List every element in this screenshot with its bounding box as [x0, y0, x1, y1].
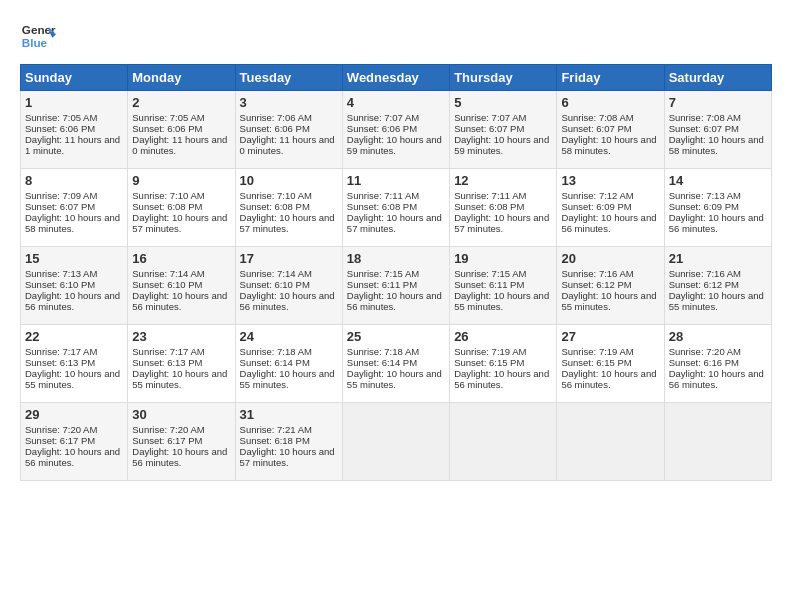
- day-header-sunday: Sunday: [21, 65, 128, 91]
- sunset-text: Sunset: 6:06 PM: [132, 123, 202, 134]
- sunset-text: Sunset: 6:14 PM: [347, 357, 417, 368]
- sunset-text: Sunset: 6:11 PM: [347, 279, 417, 290]
- page: General Blue SundayMondayTuesdayWednesda…: [0, 0, 792, 491]
- daylight-text: Daylight: 10 hours and 56 minutes.: [561, 368, 656, 390]
- sunrise-text: Sunrise: 7:11 AM: [454, 190, 526, 201]
- sunset-text: Sunset: 6:12 PM: [561, 279, 631, 290]
- calendar-cell: 23Sunrise: 7:17 AMSunset: 6:13 PMDayligh…: [128, 325, 235, 403]
- day-number: 22: [25, 329, 123, 344]
- sunrise-text: Sunrise: 7:14 AM: [240, 268, 312, 279]
- sunset-text: Sunset: 6:16 PM: [669, 357, 739, 368]
- day-number: 14: [669, 173, 767, 188]
- calendar-week-row: 15Sunrise: 7:13 AMSunset: 6:10 PMDayligh…: [21, 247, 772, 325]
- sunset-text: Sunset: 6:15 PM: [561, 357, 631, 368]
- day-number: 8: [25, 173, 123, 188]
- sunrise-text: Sunrise: 7:15 AM: [454, 268, 526, 279]
- daylight-text: Daylight: 10 hours and 55 minutes.: [561, 290, 656, 312]
- daylight-text: Daylight: 10 hours and 56 minutes.: [347, 290, 442, 312]
- day-number: 4: [347, 95, 445, 110]
- sunset-text: Sunset: 6:08 PM: [454, 201, 524, 212]
- sunset-text: Sunset: 6:06 PM: [25, 123, 95, 134]
- calendar-cell: [664, 403, 771, 481]
- day-header-tuesday: Tuesday: [235, 65, 342, 91]
- daylight-text: Daylight: 10 hours and 56 minutes.: [454, 368, 549, 390]
- logo-icon: General Blue: [20, 18, 56, 54]
- sunset-text: Sunset: 6:07 PM: [454, 123, 524, 134]
- calendar-cell: 14Sunrise: 7:13 AMSunset: 6:09 PMDayligh…: [664, 169, 771, 247]
- daylight-text: Daylight: 10 hours and 55 minutes.: [25, 368, 120, 390]
- sunrise-text: Sunrise: 7:08 AM: [669, 112, 741, 123]
- daylight-text: Daylight: 10 hours and 55 minutes.: [454, 290, 549, 312]
- daylight-text: Daylight: 10 hours and 57 minutes.: [240, 212, 335, 234]
- sunrise-text: Sunrise: 7:16 AM: [669, 268, 741, 279]
- day-number: 12: [454, 173, 552, 188]
- calendar-cell: 29Sunrise: 7:20 AMSunset: 6:17 PMDayligh…: [21, 403, 128, 481]
- day-header-saturday: Saturday: [664, 65, 771, 91]
- daylight-text: Daylight: 10 hours and 57 minutes.: [454, 212, 549, 234]
- day-number: 26: [454, 329, 552, 344]
- sunset-text: Sunset: 6:10 PM: [132, 279, 202, 290]
- sunset-text: Sunset: 6:06 PM: [240, 123, 310, 134]
- sunrise-text: Sunrise: 7:10 AM: [132, 190, 204, 201]
- daylight-text: Daylight: 11 hours and 1 minute.: [25, 134, 120, 156]
- sunset-text: Sunset: 6:17 PM: [132, 435, 202, 446]
- calendar-cell: 24Sunrise: 7:18 AMSunset: 6:14 PMDayligh…: [235, 325, 342, 403]
- calendar-cell: 10Sunrise: 7:10 AMSunset: 6:08 PMDayligh…: [235, 169, 342, 247]
- sunrise-text: Sunrise: 7:17 AM: [25, 346, 97, 357]
- calendar-cell: 17Sunrise: 7:14 AMSunset: 6:10 PMDayligh…: [235, 247, 342, 325]
- sunset-text: Sunset: 6:10 PM: [240, 279, 310, 290]
- sunset-text: Sunset: 6:09 PM: [669, 201, 739, 212]
- calendar-cell: 4Sunrise: 7:07 AMSunset: 6:06 PMDaylight…: [342, 91, 449, 169]
- calendar-cell: 8Sunrise: 7:09 AMSunset: 6:07 PMDaylight…: [21, 169, 128, 247]
- sunrise-text: Sunrise: 7:14 AM: [132, 268, 204, 279]
- sunrise-text: Sunrise: 7:07 AM: [454, 112, 526, 123]
- day-number: 20: [561, 251, 659, 266]
- calendar-cell: 6Sunrise: 7:08 AMSunset: 6:07 PMDaylight…: [557, 91, 664, 169]
- day-number: 27: [561, 329, 659, 344]
- sunset-text: Sunset: 6:08 PM: [347, 201, 417, 212]
- day-number: 3: [240, 95, 338, 110]
- day-number: 15: [25, 251, 123, 266]
- day-number: 29: [25, 407, 123, 422]
- daylight-text: Daylight: 10 hours and 57 minutes.: [132, 212, 227, 234]
- sunset-text: Sunset: 6:15 PM: [454, 357, 524, 368]
- sunset-text: Sunset: 6:06 PM: [347, 123, 417, 134]
- sunrise-text: Sunrise: 7:19 AM: [561, 346, 633, 357]
- daylight-text: Daylight: 10 hours and 55 minutes.: [240, 368, 335, 390]
- day-number: 7: [669, 95, 767, 110]
- svg-text:Blue: Blue: [22, 36, 48, 49]
- calendar-cell: 25Sunrise: 7:18 AMSunset: 6:14 PMDayligh…: [342, 325, 449, 403]
- daylight-text: Daylight: 10 hours and 57 minutes.: [347, 212, 442, 234]
- sunrise-text: Sunrise: 7:12 AM: [561, 190, 633, 201]
- calendar-cell: 31Sunrise: 7:21 AMSunset: 6:18 PMDayligh…: [235, 403, 342, 481]
- day-number: 31: [240, 407, 338, 422]
- day-number: 18: [347, 251, 445, 266]
- daylight-text: Daylight: 10 hours and 59 minutes.: [454, 134, 549, 156]
- sunset-text: Sunset: 6:13 PM: [25, 357, 95, 368]
- daylight-text: Daylight: 10 hours and 58 minutes.: [669, 134, 764, 156]
- sunset-text: Sunset: 6:17 PM: [25, 435, 95, 446]
- day-number: 5: [454, 95, 552, 110]
- sunrise-text: Sunrise: 7:21 AM: [240, 424, 312, 435]
- sunrise-text: Sunrise: 7:20 AM: [25, 424, 97, 435]
- daylight-text: Daylight: 10 hours and 56 minutes.: [25, 290, 120, 312]
- sunrise-text: Sunrise: 7:06 AM: [240, 112, 312, 123]
- sunrise-text: Sunrise: 7:17 AM: [132, 346, 204, 357]
- day-number: 23: [132, 329, 230, 344]
- sunrise-text: Sunrise: 7:05 AM: [25, 112, 97, 123]
- calendar-cell: 9Sunrise: 7:10 AMSunset: 6:08 PMDaylight…: [128, 169, 235, 247]
- day-header-thursday: Thursday: [450, 65, 557, 91]
- day-number: 13: [561, 173, 659, 188]
- sunset-text: Sunset: 6:07 PM: [25, 201, 95, 212]
- calendar-cell: 1Sunrise: 7:05 AMSunset: 6:06 PMDaylight…: [21, 91, 128, 169]
- calendar-cell: 27Sunrise: 7:19 AMSunset: 6:15 PMDayligh…: [557, 325, 664, 403]
- daylight-text: Daylight: 10 hours and 56 minutes.: [561, 212, 656, 234]
- calendar-cell: 19Sunrise: 7:15 AMSunset: 6:11 PMDayligh…: [450, 247, 557, 325]
- calendar-cell: 20Sunrise: 7:16 AMSunset: 6:12 PMDayligh…: [557, 247, 664, 325]
- day-number: 21: [669, 251, 767, 266]
- daylight-text: Daylight: 11 hours and 0 minutes.: [240, 134, 335, 156]
- calendar-cell: 3Sunrise: 7:06 AMSunset: 6:06 PMDaylight…: [235, 91, 342, 169]
- calendar-week-row: 22Sunrise: 7:17 AMSunset: 6:13 PMDayligh…: [21, 325, 772, 403]
- daylight-text: Daylight: 10 hours and 58 minutes.: [25, 212, 120, 234]
- calendar-cell: 28Sunrise: 7:20 AMSunset: 6:16 PMDayligh…: [664, 325, 771, 403]
